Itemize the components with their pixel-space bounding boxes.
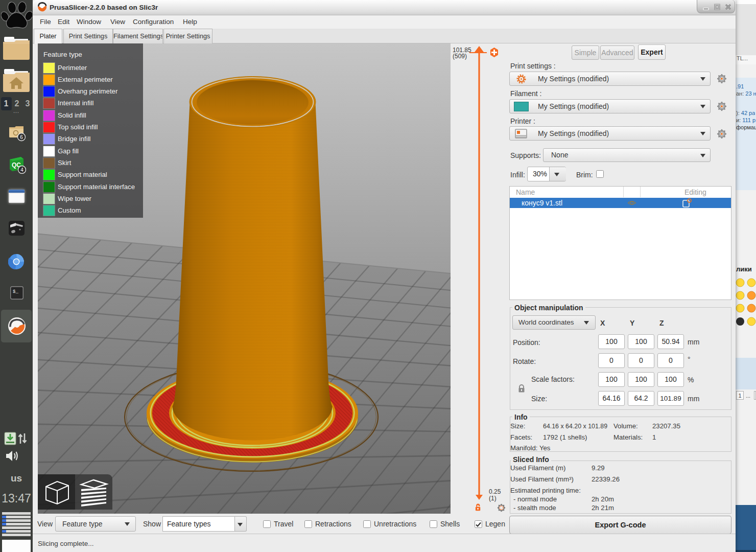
- svg-text:$_: $_: [13, 289, 18, 294]
- svg-text:4: 4: [20, 167, 23, 173]
- svg-text:6: 6: [20, 134, 23, 140]
